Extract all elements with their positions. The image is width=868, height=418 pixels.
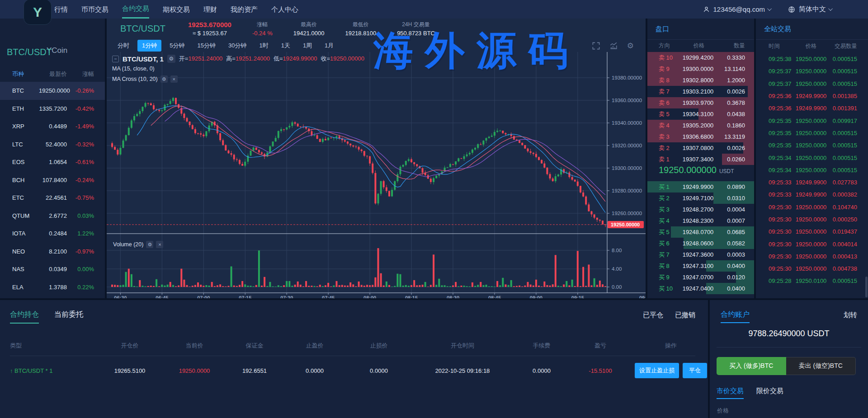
trade-amount: 0.000515 — [829, 68, 868, 75]
ask-row[interactable]: 卖 519304.31000.0438 — [647, 108, 754, 120]
close-position-button[interactable]: 平仓 — [683, 363, 707, 378]
bid-row[interactable]: 买 219249.71000.0310 — [647, 193, 754, 204]
positions-tab[interactable]: 当前委托 — [54, 310, 83, 324]
side-label: 买 6 — [647, 240, 675, 248]
order-price: 19306.6800 — [675, 133, 721, 140]
set-tp-sl-button[interactable]: 设置止盈止损 — [635, 363, 679, 378]
bid-row[interactable]: 买 719247.36000.0003 — [647, 249, 754, 260]
bid-row[interactable]: 买 319248.27000.0004 — [647, 204, 754, 215]
order-price: 19247.0400 — [675, 285, 721, 292]
side-label: 卖 4 — [647, 122, 675, 130]
buy-long-button[interactable]: 买入 (做多)BTC — [717, 357, 786, 375]
coin-row[interactable]: QTUM2.67720.03% — [0, 207, 105, 225]
coin-row[interactable]: IOTA0.24841.22% — [0, 225, 105, 243]
coin-price: 0.4489 — [39, 123, 67, 130]
coin-symbol: IOTA — [0, 230, 39, 237]
positions-tab[interactable]: 合约持仓 — [10, 310, 39, 324]
trades-title: 全站交易 — [756, 19, 868, 40]
fullscreen-icon[interactable] — [592, 42, 600, 50]
nav-item[interactable]: 个人中心 — [271, 0, 298, 19]
trade-price: 19250.0000 — [793, 155, 829, 161]
positions-panel: 合约持仓当前委托 已平仓 已撤销 类型开仓价当前价保证金止盈价止损价开仓时间手续… — [0, 300, 708, 418]
nav-item[interactable]: 行情 — [54, 0, 68, 19]
ask-row[interactable]: 卖 319306.680013.3119 — [647, 131, 754, 142]
order-type-tab[interactable]: 限价交易 — [756, 387, 783, 399]
coin-price: 1.0654 — [39, 159, 67, 165]
price-input-label: 价格 — [717, 407, 729, 415]
coin-row[interactable]: BCH107.8400-0.24% — [0, 171, 105, 189]
coin-price: 1.3788 — [39, 284, 67, 291]
close-icon[interactable]: × — [170, 75, 178, 83]
coin-row[interactable]: NAS0.03490.00% — [0, 260, 105, 278]
nav-item[interactable]: 币币交易 — [81, 0, 108, 19]
transfer-link[interactable]: 划转 — [844, 311, 857, 319]
order-amount: 0.0400 — [721, 285, 754, 292]
bid-row[interactable]: 买 919247.07000.0120 — [647, 272, 754, 283]
ohlc-close: 收=19250.00000 — [321, 55, 364, 63]
ask-row[interactable]: 卖 919300.000013.1140 — [647, 63, 754, 75]
ohlc-open: 开=19251.24000 — [179, 55, 223, 63]
scrollbar-thumb[interactable] — [865, 277, 868, 297]
coin-row[interactable]: NEO8.2100-0.97% — [0, 243, 105, 261]
gear-icon[interactable]: ⚙ — [627, 41, 634, 51]
coin-row[interactable]: ELA1.37880.22% — [0, 278, 105, 296]
bid-row[interactable]: 买 519248.07000.0685 — [647, 226, 754, 238]
sell-short-button[interactable]: 卖出 (做空)BTC — [786, 357, 856, 375]
close-icon[interactable]: × — [156, 241, 163, 248]
svg-text:19260.00000: 19260.00000 — [612, 211, 642, 216]
coin-symbol: NEO — [0, 248, 39, 255]
ask-row[interactable]: 卖 1019299.42000.3330 — [647, 52, 754, 63]
order-amount: 0.0004 — [721, 206, 754, 213]
order-price: 19303.2100 — [675, 88, 721, 95]
trade-row: 09:25:3019250.00000.000413 — [756, 250, 868, 263]
account-tab[interactable]: 合约账户 — [721, 310, 750, 323]
trade-time: 09:25:28 — [756, 277, 793, 284]
coin-row[interactable]: LTC52.4000-0.32% — [0, 136, 105, 154]
trade-row: 09:25:3619249.99000.001391 — [756, 102, 868, 114]
coin-change: -1.49% — [67, 123, 105, 130]
order-amount: 0.0026 — [721, 88, 754, 95]
navbar-right: 123456@qq.com 简体中文 — [703, 0, 833, 19]
coin-row[interactable]: SNT0.02750.43% — [0, 296, 105, 298]
coin-row[interactable]: EOS1.0654-0.61% — [0, 153, 105, 171]
cancelled-orders-link[interactable]: 已撤销 — [675, 311, 695, 319]
coin-symbol: QTUM — [0, 212, 39, 219]
trades-panel: 全站交易 时间 价格 交易数量 09:25:3819250.00000.0005… — [756, 19, 868, 298]
gear-icon[interactable]: ⚙ — [160, 75, 168, 83]
bid-row[interactable]: 买 819247.31000.0400 — [647, 260, 754, 272]
trade-time: 09:25:36 — [756, 93, 793, 99]
order-type-tab[interactable]: 市价交易 — [717, 387, 744, 399]
order-amount: 0.3330 — [721, 54, 754, 61]
gear-icon[interactable]: ⚙ — [167, 55, 175, 63]
order-price: 19247.3100 — [675, 263, 721, 269]
coin-row[interactable]: BTC19250.0000-0.26% — [0, 82, 105, 100]
language-menu[interactable]: 简体中文 — [788, 5, 833, 14]
ask-row[interactable]: 卖 819302.80001.2000 — [647, 75, 754, 86]
ask-row[interactable]: 卖 619303.97000.3678 — [647, 97, 754, 108]
bid-row[interactable]: 买 419248.23000.0007 — [647, 215, 754, 226]
ask-row[interactable]: 卖 119307.34000.0260 — [647, 154, 754, 165]
nav-item[interactable]: 期权交易 — [163, 0, 190, 19]
ask-row[interactable]: 卖 419305.20000.1860 — [647, 120, 754, 131]
bid-row[interactable]: 买 119249.99000.0890 — [647, 181, 754, 193]
nav-item[interactable]: 理财 — [203, 0, 217, 19]
nav-item[interactable]: 我的资产 — [231, 0, 258, 19]
brand-logo-icon[interactable]: Y — [24, 0, 52, 25]
ask-row[interactable]: 卖 719303.21000.0026 — [647, 86, 754, 97]
coin-row[interactable]: ETH1335.7200-0.42% — [0, 100, 105, 118]
bid-row[interactable]: 买 1019247.04000.0400 — [647, 283, 754, 294]
coin-row[interactable]: ETC22.4561-0.75% — [0, 189, 105, 207]
indicator-icon[interactable] — [609, 42, 618, 50]
nav-item[interactable]: 合约交易 — [122, 0, 149, 19]
coin-row[interactable]: XRP0.4489-1.49% — [0, 117, 105, 136]
ask-row[interactable]: 卖 219307.08000.0026 — [647, 142, 754, 154]
trade-row: 09:25:3619249.99000.001385 — [756, 90, 868, 102]
closed-positions-link[interactable]: 已平仓 — [643, 311, 663, 319]
trade-price: 19250.0000 — [793, 241, 829, 248]
bid-row[interactable]: 买 619248.06000.0582 — [647, 238, 754, 249]
legend-collapse-icon[interactable]: − — [112, 56, 119, 62]
column-header: 盈亏 — [567, 342, 634, 350]
gear-icon[interactable]: ⚙ — [146, 241, 153, 248]
user-account-menu[interactable]: 123456@qq.com — [703, 5, 772, 13]
svg-text:19360.00000: 19360.00000 — [612, 98, 642, 103]
